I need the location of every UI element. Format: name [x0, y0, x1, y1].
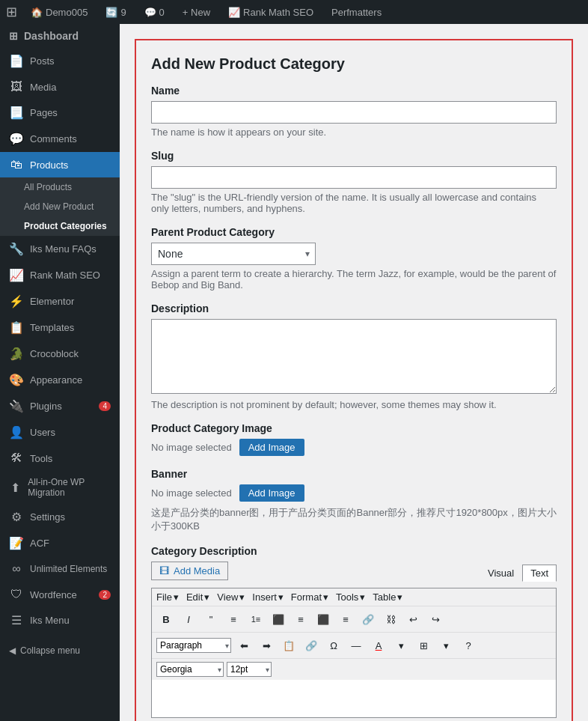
editor-font-row: Georgia 12pt [152, 659, 556, 680]
submenu-all-products[interactable]: All Products [0, 177, 120, 197]
product-image-label: Product Category Image [151, 422, 557, 434]
editor-font-color-button[interactable]: A [369, 636, 388, 655]
editor-indent-left-button[interactable]: ⬅ [234, 636, 254, 655]
paragraph-select-wrap: Paragraph [156, 638, 231, 653]
sidebar-item-templates[interactable]: 📋 Templates [0, 314, 120, 341]
editor-menu-format[interactable]: Format ▾ [291, 591, 328, 603]
paragraph-select[interactable]: Paragraph [156, 638, 231, 653]
editor-italic-button[interactable]: I [179, 609, 198, 629]
visual-tab[interactable]: Visual [480, 565, 522, 582]
product-image-row: No image selected Add Image [151, 439, 557, 456]
sidebar-dashboard[interactable]: ⊞ Dashboard [0, 24, 120, 48]
name-input[interactable] [151, 101, 557, 124]
editor-font-color-dropdown-button[interactable]: ▾ [391, 636, 411, 655]
product-image-group: Product Category Image No image selected… [151, 422, 557, 456]
editor-table-dropdown-button[interactable]: ▾ [436, 636, 456, 655]
editor-menu-file[interactable]: File ▾ [156, 591, 179, 603]
sidebar-item-crocoblock[interactable]: 🐊 Crocoblock [0, 341, 120, 367]
editor-align-right-button[interactable]: ⬛ [313, 609, 333, 629]
editor-clear-format-button[interactable]: 🔗 [301, 636, 321, 655]
sidebar-item-users[interactable]: 👤 Users [0, 419, 120, 445]
comments-icon: 💬 [144, 7, 156, 18]
wp-logo-icon[interactable]: ⊞ [6, 4, 17, 20]
sidebar-item-acf[interactable]: 📝 ACF [0, 530, 120, 556]
editor-unordered-list-button[interactable]: ≡ [224, 609, 243, 629]
admin-bar-site[interactable]: 🏠 Demo005 [26, 4, 92, 21]
banner-add-image-button[interactable]: Add Image [239, 484, 304, 502]
editor-help-button[interactable]: ? [459, 636, 478, 655]
sidebar-item-posts[interactable]: 📄 Posts [0, 48, 120, 74]
editor-menu-tools[interactable]: Tools ▾ [336, 591, 365, 603]
editor-paste-button[interactable]: 📋 [279, 636, 298, 655]
sidebar-item-products[interactable]: 🛍 Products [0, 152, 120, 177]
collapse-icon: ◀ [9, 645, 16, 656]
table-dropdown-icon: ▾ [397, 591, 402, 603]
editor-menu-view[interactable]: View ▾ [217, 591, 245, 603]
font-family-select[interactable]: Georgia [156, 662, 224, 677]
sidebar-item-unlimited-elements[interactable]: ∞ Unlimited Elements [0, 556, 120, 582]
editor-menu-insert[interactable]: Insert ▾ [252, 591, 284, 603]
slug-group: Slug The "slug" is the URL-friendly vers… [151, 150, 557, 214]
sidebar-item-iks-menu[interactable]: ☰ Iks Menu [0, 607, 120, 633]
editor-content[interactable] [152, 680, 556, 717]
name-group: Name The name is how it appears on your … [151, 85, 557, 138]
text-tab[interactable]: Text [522, 565, 557, 582]
format-dropdown-icon: ▾ [323, 591, 328, 603]
submenu-add-new-product[interactable]: Add New Product [0, 197, 120, 216]
form-title: Add New Product Category [151, 55, 557, 73]
parent-select[interactable]: None [151, 243, 316, 265]
admin-bar-comments[interactable]: 💬 0 [140, 4, 169, 21]
sidebar-item-media[interactable]: 🖼 Media [0, 74, 120, 100]
editor-unlink-button[interactable]: ⛓ [381, 609, 400, 629]
rank-math-icon: 📈 [9, 268, 24, 282]
editor-align-left-button[interactable]: ⬛ [269, 609, 288, 629]
sidebar-item-rank-math[interactable]: 📈 Rank Math SEO [0, 262, 120, 288]
product-add-image-button[interactable]: Add Image [239, 439, 304, 456]
slug-label: Slug [151, 150, 557, 162]
slug-input[interactable] [151, 166, 557, 189]
editor-link-button[interactable]: 🔗 [358, 609, 378, 629]
tools-icon: 🛠 [9, 451, 24, 465]
editor-align-justify-button[interactable]: ≡ [336, 609, 355, 629]
font-size-select[interactable]: 12pt [227, 662, 272, 677]
editor-blockquote-button[interactable]: " [201, 609, 221, 629]
iks-menu-faqs-icon: 🔧 [9, 242, 24, 256]
admin-bar-updates[interactable]: 🔄 9 [101, 4, 130, 21]
editor-indent-right-button[interactable]: ➡ [257, 636, 276, 655]
editor-undo-button[interactable]: ↩ [403, 609, 423, 629]
updates-icon: 🔄 [105, 7, 117, 18]
editor-horizontal-rule-button[interactable]: — [346, 636, 366, 655]
collapse-menu-button[interactable]: ◀ Collapse menu [0, 639, 120, 662]
editor-redo-button[interactable]: ↪ [426, 609, 445, 629]
admin-bar-rankmath[interactable]: 📈 Rank Math SEO [224, 4, 318, 21]
wordfence-icon: 🛡 [9, 588, 24, 601]
sidebar-item-iks-menu-faqs[interactable]: 🔧 Iks Menu FAQs [0, 236, 120, 262]
sidebar-item-elementor[interactable]: ⚡ Elementor [0, 288, 120, 314]
products-icon: 🛍 [9, 158, 24, 171]
admin-bar-perfmatters[interactable]: Perfmatters [327, 4, 386, 21]
sidebar-item-allinone[interactable]: ⬆ All-in-One WP Migration [0, 471, 120, 504]
sidebar-item-comments[interactable]: 💬 Comments [0, 126, 120, 152]
editor-bold-button[interactable]: B [156, 609, 176, 629]
editor-menu-table[interactable]: Table ▾ [373, 591, 402, 603]
sidebar-item-plugins[interactable]: 🔌 Plugins 4 [0, 393, 120, 419]
admin-bar-new[interactable]: + New [178, 4, 215, 21]
editor-ordered-list-button[interactable]: 1≡ [246, 609, 266, 629]
sidebar-item-appearance[interactable]: 🎨 Appearance [0, 367, 120, 393]
sidebar-item-pages[interactable]: 📃 Pages [0, 100, 120, 126]
submenu-product-categories[interactable]: Product Categories [0, 216, 120, 236]
banner-label: Banner [151, 468, 557, 480]
comments-icon: 💬 [9, 132, 24, 146]
editor-menu-edit[interactable]: Edit ▾ [186, 591, 209, 603]
pages-icon: 📃 [9, 106, 24, 120]
sidebar-item-wordfence[interactable]: 🛡 Wordfence 2 [0, 582, 120, 607]
editor-align-center-button[interactable]: ≡ [291, 609, 310, 629]
sidebar-item-settings[interactable]: ⚙ Settings [0, 504, 120, 530]
editor-table-insert-button[interactable]: ⊞ [414, 636, 433, 655]
media-icon: 🖼 [9, 80, 24, 94]
editor-special-chars-button[interactable]: Ω [324, 636, 343, 655]
sidebar-item-tools[interactable]: 🛠 Tools [0, 445, 120, 471]
add-media-button[interactable]: 🎞 Add Media [151, 562, 228, 580]
description-textarea[interactable] [151, 319, 557, 394]
templates-icon: 📋 [9, 320, 24, 335]
